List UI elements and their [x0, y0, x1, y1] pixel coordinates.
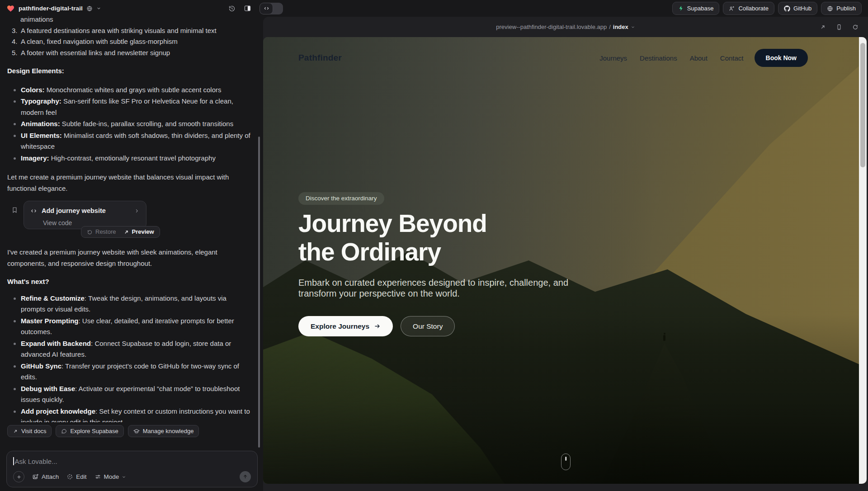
- quick-actions: Visit docs Explore Supabase Manage knowl…: [7, 425, 199, 437]
- view-controls: [228, 0, 283, 17]
- hero-heading-line1: Journey Beyond: [298, 209, 487, 237]
- numbered-item-text: A clean, fixed navigation with subtle gl…: [21, 36, 254, 47]
- chat-input[interactable]: Ask Lovable... Attach Edit: [6, 451, 258, 487]
- chat-paragraph: Let me create a premium journey website …: [7, 172, 237, 194]
- publish-button[interactable]: Publish: [821, 2, 862, 15]
- publish-label: Publish: [836, 5, 856, 12]
- hero-badge: Discover the extraordinary: [298, 192, 384, 205]
- numbered-item: 5.A footer with essential links and news…: [7, 47, 254, 59]
- refresh-icon[interactable]: [852, 24, 859, 30]
- bullet-text: Add project knowledge: Set key context o…: [21, 406, 250, 423]
- panel-toggle-icon[interactable]: [244, 5, 251, 12]
- graduation-cap-icon: [133, 428, 140, 434]
- numbered-item-number: 4.: [12, 36, 21, 47]
- bullet-item: Add project knowledge: Set key context o…: [7, 406, 254, 423]
- history-icon[interactable]: [228, 5, 236, 12]
- bullet-item: Refine & Customize: Tweak the design, an…: [7, 293, 254, 315]
- nav-link-journeys[interactable]: Journeys: [599, 54, 627, 62]
- bullet-text: Typography: San-serif fonts like SF Pro …: [21, 96, 250, 118]
- open-external-icon[interactable]: [820, 24, 826, 30]
- nav-link-contact[interactable]: Contact: [720, 54, 744, 62]
- bullet-text: UI Elements: Minimalist cards with soft …: [21, 130, 250, 152]
- whats-next-heading: What's next?: [7, 276, 254, 288]
- explore-supabase-button[interactable]: Explore Supabase: [56, 425, 123, 437]
- chevron-down-icon: [96, 6, 101, 11]
- tool-card-block: Add journey website View code Restore: [7, 201, 254, 241]
- mobile-view-icon[interactable]: [836, 24, 842, 30]
- arrow-up-icon: [242, 474, 248, 480]
- preview-button[interactable]: Preview: [123, 227, 154, 238]
- bullet-dot: [14, 320, 16, 322]
- restore-preview-pill: Restore Preview: [81, 226, 160, 238]
- bullet-dot: [14, 123, 16, 125]
- bullet-text: Debug with Ease: Activate our experiment…: [21, 383, 250, 406]
- numbered-item: 4.A clean, fixed navigation with subtle …: [7, 36, 254, 47]
- bullet-dot: [14, 297, 16, 300]
- bullet-text: Master Prompting: Use clear, detailed, a…: [21, 316, 250, 338]
- restore-button[interactable]: Restore: [87, 227, 116, 238]
- chat-paragraph: I've created a premium journey website w…: [7, 247, 237, 269]
- manage-knowledge-button[interactable]: Manage knowledge: [128, 425, 199, 437]
- manage-knowledge-label: Manage knowledge: [143, 428, 194, 434]
- lovable-heart-logo: [6, 5, 15, 13]
- bullet-dot: [14, 135, 16, 137]
- collaborate-label: Collaborate: [738, 5, 769, 12]
- preview-url[interactable]: preview--pathfinder-digital-trail.lovabl…: [496, 24, 635, 30]
- bullet-dot: [14, 100, 16, 103]
- site-nav: JourneysDestinationsAboutContact: [599, 54, 743, 62]
- numbered-list: 3.A featured destinations area with stri…: [7, 25, 254, 59]
- chat-scrollbar-thumb[interactable]: [258, 137, 260, 448]
- plus-icon: [16, 474, 22, 480]
- hero-heading-line2: the Ordinary: [298, 238, 441, 266]
- chat-input-line[interactable]: Ask Lovable...: [13, 457, 251, 465]
- chat-message-area[interactable]: animations 3.A featured destinations are…: [0, 17, 263, 422]
- our-story-button[interactable]: Our Story: [401, 316, 455, 336]
- code-preview-toggle[interactable]: [259, 3, 283, 14]
- code-view-icon[interactable]: [259, 3, 273, 14]
- preview-window: preview--pathfinder-digital-trail.lovabl…: [263, 17, 868, 491]
- chat-panel: animations 3.A featured destinations are…: [0, 17, 263, 491]
- visit-docs-button[interactable]: Visit docs: [7, 425, 52, 437]
- send-button[interactable]: [240, 471, 251, 482]
- edit-button[interactable]: Edit: [66, 473, 86, 480]
- nav-link-about[interactable]: About: [690, 54, 708, 62]
- site-scrollbar-thumb[interactable]: [860, 43, 865, 167]
- arrow-up-right-icon: [820, 24, 826, 30]
- preview-toolbar-icons: [820, 17, 859, 37]
- explore-journeys-button[interactable]: Explore Journeys: [298, 316, 393, 336]
- bookmark-icon[interactable]: [7, 201, 24, 241]
- edit-tool-card[interactable]: Add journey website View code Restore: [24, 201, 146, 229]
- arrow-up-right-icon: [13, 429, 18, 434]
- attach-label: Attach: [42, 473, 59, 480]
- numbered-item-text: A footer with essential links and newsle…: [21, 47, 254, 59]
- code-icon: [30, 208, 37, 214]
- bullet-dot: [14, 89, 16, 91]
- add-button[interactable]: [13, 471, 24, 482]
- collaborate-button[interactable]: Collaborate: [723, 2, 774, 15]
- attach-image-icon: [32, 473, 39, 480]
- chat-input-actions: Attach Edit Mode: [13, 471, 251, 482]
- project-menu[interactable]: pathfinder-digital-trail: [6, 5, 101, 13]
- tool-card-header[interactable]: Add journey website: [30, 205, 140, 217]
- url-host: preview--pathfinder-digital-trail.lovabl…: [496, 24, 607, 30]
- bullet-dot: [14, 365, 16, 368]
- supabase-button[interactable]: Supabase: [672, 2, 720, 15]
- preview-label: Preview: [132, 227, 154, 238]
- bullet-item: UI Elements: Minimalist cards with soft …: [7, 130, 254, 152]
- github-button[interactable]: GitHub: [778, 2, 817, 15]
- bullet-text: Expand with Backend: Connect Supabase to…: [21, 338, 250, 360]
- site-scrollbar[interactable]: [859, 37, 867, 484]
- nav-link-destinations[interactable]: Destinations: [640, 54, 677, 62]
- attach-button[interactable]: Attach: [32, 473, 59, 480]
- book-now-button[interactable]: Book Now: [755, 49, 808, 67]
- mode-selector[interactable]: Mode: [94, 473, 127, 480]
- target-icon: [66, 473, 73, 480]
- sliders-icon: [94, 473, 101, 480]
- bullet-item: Typography: San-serif fonts like SF Pro …: [7, 96, 254, 118]
- chat-bubble-icon: [61, 428, 67, 434]
- supabase-label: Supabase: [687, 5, 714, 12]
- site-logo[interactable]: Pathfinder: [298, 53, 342, 63]
- bullet-text: Animations: Subtle fade-ins, parallax sc…: [21, 118, 250, 130]
- site-preview-frame[interactable]: Pathfinder JourneysDestinationsAboutCont…: [263, 37, 867, 484]
- people-icon: [729, 5, 735, 12]
